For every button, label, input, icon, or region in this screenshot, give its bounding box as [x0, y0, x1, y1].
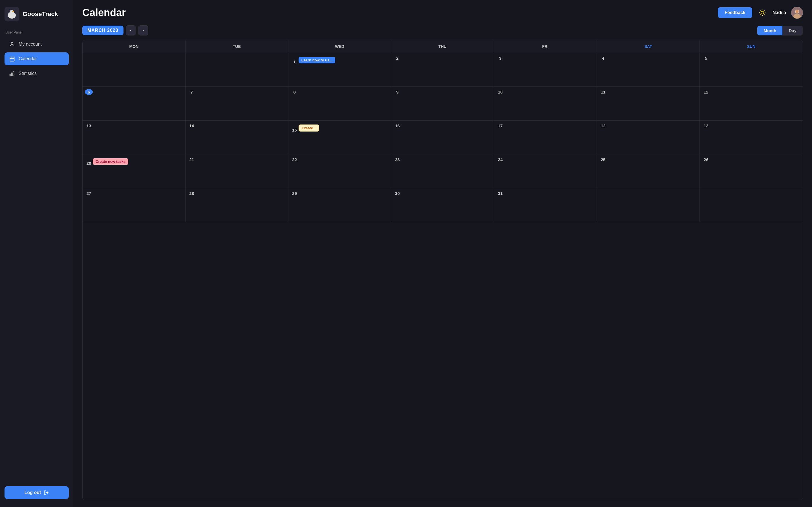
current-month-badge: MARCH 2023: [82, 25, 123, 35]
day-number: 4: [599, 55, 607, 61]
calendar-cell[interactable]: 27: [83, 188, 186, 222]
day-number: 13: [85, 123, 93, 129]
svg-point-4: [12, 11, 13, 11]
calendar-cell[interactable]: 12: [700, 87, 803, 121]
day-number: 6: [85, 89, 93, 95]
svg-line-22: [764, 10, 764, 11]
calendar-cell[interactable]: 7: [186, 87, 289, 121]
calendar-body: 1Learn how to us...23456789101112131415C…: [83, 53, 803, 222]
sun-icon: [759, 9, 766, 16]
header-fri: FRI: [494, 40, 597, 53]
calendar-cell[interactable]: [700, 188, 803, 222]
day-number: 2: [394, 55, 402, 61]
day-view-button[interactable]: Day: [782, 26, 803, 35]
calendar-cell[interactable]: 10: [494, 87, 597, 121]
svg-rect-6: [10, 57, 14, 61]
calendar-cell[interactable]: [83, 53, 186, 87]
day-number: 20: [85, 160, 93, 166]
prev-month-button[interactable]: [126, 25, 136, 36]
calendar-cell[interactable]: 28: [186, 188, 289, 222]
day-number: 26: [702, 157, 710, 163]
feedback-button[interactable]: Feedback: [718, 7, 752, 18]
day-number: 27: [85, 190, 93, 196]
theme-toggle-button[interactable]: [757, 8, 767, 18]
calendar-cell[interactable]: 3: [494, 53, 597, 87]
sidebar-item-label-account: My account: [18, 42, 42, 47]
day-number: 28: [188, 190, 196, 196]
day-number: 8: [291, 89, 299, 95]
day-number: 3: [496, 55, 504, 61]
calendar-cell[interactable]: 31: [494, 188, 597, 222]
avatar: [791, 7, 803, 18]
svg-line-17: [760, 10, 760, 11]
calendar-cell[interactable]: [597, 188, 700, 222]
day-number: 14: [188, 123, 196, 129]
stats-icon: [9, 70, 15, 76]
day-number: 16: [394, 123, 402, 129]
calendar-cell[interactable]: 8: [289, 87, 391, 121]
day-number: 31: [496, 190, 504, 196]
day-number: 13: [702, 123, 710, 129]
calendar-cell[interactable]: 29: [289, 188, 391, 222]
calendar-cell[interactable]: 20Create new tasks: [83, 154, 186, 188]
day-number: 25: [599, 157, 607, 163]
day-number: 21: [188, 157, 196, 163]
day-number: 15: [291, 127, 299, 133]
calendar-cell[interactable]: 1Learn how to us...: [289, 53, 391, 87]
topbar-right: Feedback Nadiia: [718, 7, 803, 18]
sidebar-item-label-statistics: Statistics: [18, 71, 37, 76]
month-view-button[interactable]: Month: [757, 26, 782, 35]
calendar-grid: MON TUE WED THU FRI SAT SUN 1Learn how t…: [82, 40, 803, 500]
calendar-cell[interactable]: 16: [391, 121, 494, 154]
day-number: 22: [291, 157, 299, 163]
calendar-cell[interactable]: 13: [83, 121, 186, 154]
calendar-cell[interactable]: 11: [597, 87, 700, 121]
calendar-cell[interactable]: 2: [391, 53, 494, 87]
sidebar: GooseTrack User Panel My account Calenda…: [0, 0, 73, 507]
calendar-cell[interactable]: 25: [597, 154, 700, 188]
topbar: Calendar Feedback Nadiia: [82, 7, 803, 18]
user-panel-label: User Panel: [4, 31, 69, 34]
header-tue: TUE: [186, 40, 289, 53]
calendar-cell[interactable]: 21: [186, 154, 289, 188]
calendar-cell[interactable]: 26: [700, 154, 803, 188]
logout-label: Log out: [24, 490, 41, 495]
calendar-cell[interactable]: [186, 53, 289, 87]
svg-point-26: [796, 10, 799, 13]
next-month-button[interactable]: [138, 25, 148, 36]
calendar-cell[interactable]: 14: [186, 121, 289, 154]
sidebar-item-my-account[interactable]: My account: [4, 38, 69, 51]
calendar-cell[interactable]: 5: [700, 53, 803, 87]
calendar-cell[interactable]: 23: [391, 154, 494, 188]
header-wed: WED: [289, 40, 391, 53]
calendar-cell[interactable]: 17: [494, 121, 597, 154]
svg-rect-10: [10, 74, 11, 76]
day-number: 29: [291, 190, 299, 196]
day-number: 23: [394, 157, 402, 163]
task-badge[interactable]: Create new tasks: [93, 158, 128, 165]
logo-area: GooseTrack: [4, 7, 69, 21]
calendar-cell[interactable]: 9: [391, 87, 494, 121]
calendar-cell[interactable]: 12: [597, 121, 700, 154]
calendar-cell[interactable]: 30: [391, 188, 494, 222]
task-badge[interactable]: Learn how to us...: [299, 57, 336, 63]
calendar-cell[interactable]: 4: [597, 53, 700, 87]
calendar-cell[interactable]: 13: [700, 121, 803, 154]
logout-button[interactable]: Log out: [4, 486, 69, 499]
calendar-cell[interactable]: 24: [494, 154, 597, 188]
header-thu: THU: [391, 40, 494, 53]
sidebar-item-calendar[interactable]: Calendar: [4, 52, 69, 65]
header-sun: SUN: [700, 40, 803, 53]
task-badge[interactable]: Create...: [299, 124, 319, 131]
calendar-cell[interactable]: 22: [289, 154, 391, 188]
header-sat: SAT: [597, 40, 700, 53]
goose-logo-icon: [4, 7, 19, 21]
svg-rect-11: [11, 73, 12, 76]
sidebar-item-statistics[interactable]: Statistics: [4, 67, 69, 80]
svg-line-21: [760, 14, 760, 15]
calendar-cell[interactable]: 6: [83, 87, 186, 121]
page-title: Calendar: [82, 7, 126, 18]
day-number: 30: [394, 190, 402, 196]
app-name: GooseTrack: [22, 10, 58, 18]
calendar-cell[interactable]: 15Create...: [289, 121, 391, 154]
